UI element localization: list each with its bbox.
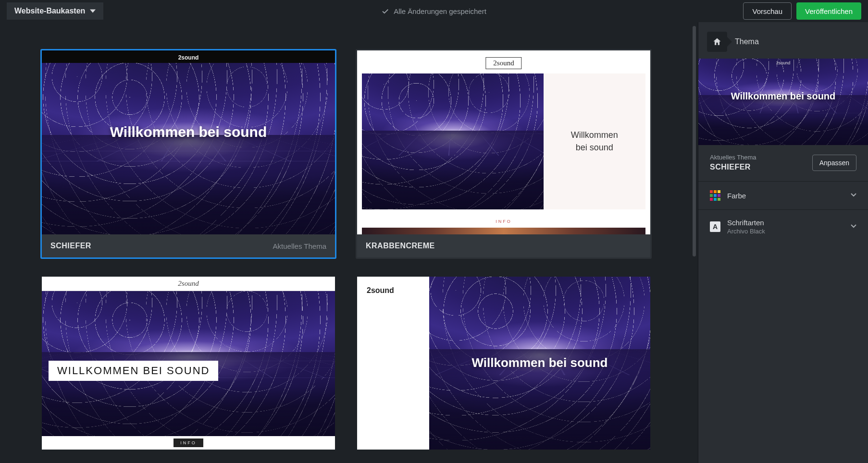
- theme-card-footer: SCHIEFER Aktuelles Thema: [42, 234, 335, 257]
- scrollbar[interactable]: [693, 26, 696, 256]
- section-label: Schriftarten: [727, 219, 765, 227]
- theme-name: KRABBENCREME: [366, 242, 435, 250]
- font-badge-icon: A: [710, 221, 720, 232]
- section-value: Archivo Black: [727, 228, 765, 235]
- thumb-hero-text: Willkommen bei sound: [429, 277, 650, 450]
- color-grid-icon: [710, 190, 720, 201]
- thumb-brand: 2sound: [42, 54, 335, 61]
- site-dropdown[interactable]: Website-Baukasten: [7, 2, 103, 20]
- check-icon: [382, 8, 389, 15]
- thumb-brand: 2sound: [485, 57, 521, 69]
- section-label: Farbe: [727, 192, 746, 200]
- home-icon: [712, 37, 722, 47]
- theme-card[interactable]: 2sound WILLKOMMEN BEI SOUND INFO: [40, 275, 336, 451]
- chevron-down-icon: [850, 191, 857, 198]
- section-fonts[interactable]: A Schriftarten Archivo Black: [698, 209, 868, 244]
- side-panel: Thema 2sound Willkommen bei sound Aktuel…: [698, 22, 868, 463]
- side-current-theme: Aktuelles Thema SCHIEFER Anpassen: [698, 145, 868, 181]
- section-color[interactable]: Farbe: [698, 181, 868, 209]
- theme-thumbnail: 2sound WILLKOMMEN BEI SOUND INFO: [42, 277, 335, 450]
- main: 2sound Willkommen bei sound SCHIEFER Akt…: [0, 22, 868, 463]
- thumb-brand: 2sound: [42, 277, 335, 291]
- customize-button[interactable]: Anpassen: [812, 155, 856, 171]
- current-theme-label: Aktuelles Thema: [710, 154, 756, 161]
- gallery-row: 2sound Willkommen bei sound SCHIEFER Akt…: [40, 49, 679, 259]
- preview-hero-text: Willkommen bei sound: [698, 59, 868, 145]
- publish-button[interactable]: Veröffentlichen: [796, 2, 861, 20]
- thumb-hero-text: WILLKOMMEN BEI SOUND: [49, 361, 218, 381]
- preview-brand: 2sound: [698, 61, 868, 65]
- side-title: Thema: [735, 37, 759, 46]
- current-theme-value: SCHIEFER: [710, 163, 756, 171]
- top-actions: Vorschau Veröffentlichen: [743, 2, 861, 20]
- thumb-hero-text: Willkommen bei sound: [42, 50, 335, 234]
- save-status: Alle Änderungen gespeichert: [382, 7, 486, 15]
- thumb-side-text: Willkommen bei sound: [544, 73, 645, 209]
- thumb-info-label: INFO: [357, 219, 650, 224]
- theme-card-footer: KRABBENCREME: [357, 234, 650, 257]
- home-breadcrumb[interactable]: [707, 32, 727, 52]
- theme-name: SCHIEFER: [50, 242, 91, 250]
- theme-thumbnail: 2sound Willkommen bei sound: [357, 277, 650, 450]
- theme-gallery[interactable]: 2sound Willkommen bei sound SCHIEFER Akt…: [0, 22, 698, 463]
- top-bar: Website-Baukasten Alle Änderungen gespei…: [0, 0, 868, 22]
- theme-card-schiefer[interactable]: 2sound Willkommen bei sound SCHIEFER Akt…: [40, 49, 336, 259]
- gallery-row: 2sound WILLKOMMEN BEI SOUND INFO 2sound: [40, 275, 679, 451]
- save-status-text: Alle Änderungen gespeichert: [394, 7, 486, 15]
- thumb-info-label: INFO: [174, 439, 203, 447]
- theme-card-krabbencreme[interactable]: 2sound Willkommen bei sound INFO: [356, 49, 652, 259]
- theme-thumbnail: 2sound Willkommen bei sound: [42, 50, 335, 234]
- side-header: Thema: [698, 22, 868, 59]
- preview-button[interactable]: Vorschau: [743, 2, 792, 20]
- chevron-down-icon: [850, 222, 857, 230]
- theme-current-label: Aktuelles Thema: [273, 242, 326, 250]
- theme-card[interactable]: 2sound Willkommen bei sound: [356, 275, 652, 451]
- theme-thumbnail: 2sound Willkommen bei sound INFO: [357, 50, 650, 234]
- site-dropdown-label: Website-Baukasten: [14, 7, 85, 15]
- thumb-brand: 2sound: [357, 277, 429, 450]
- side-preview: 2sound Willkommen bei sound: [698, 59, 868, 145]
- chevron-down-icon: [90, 8, 96, 14]
